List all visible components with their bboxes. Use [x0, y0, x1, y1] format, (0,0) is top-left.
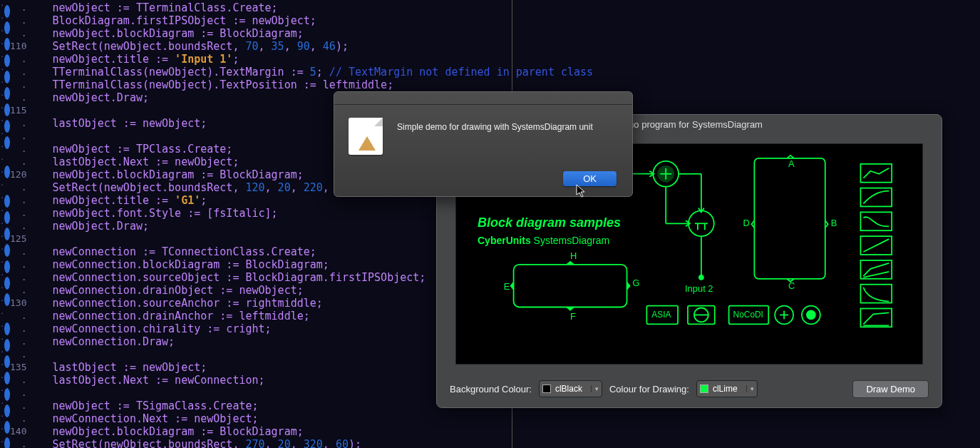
alert-dialog: Simple demo for drawing with SystemsDiag…	[334, 91, 633, 197]
fg-colour-select[interactable]: clLime ▾	[696, 380, 758, 397]
svg-text:NoCoDI: NoCoDI	[733, 310, 763, 320]
svg-point-37	[807, 310, 815, 319]
gutter-line-numbers: ...110....115....120....125....130....13…	[10, 0, 31, 448]
app-icon	[349, 118, 383, 155]
bg-colour-select[interactable]: clBlack ▾	[539, 380, 602, 397]
bg-colour-label: Background Colour:	[450, 384, 532, 394]
canvas-subtitle: CyberUnits SystemsDiagram	[478, 234, 609, 247]
svg-text:D: D	[743, 218, 750, 228]
draw-demo-button[interactable]: Draw Demo	[852, 380, 929, 398]
svg-rect-44	[860, 285, 892, 303]
svg-text:F: F	[570, 311, 576, 322]
fg-colour-label: Colour for Drawing:	[609, 384, 689, 394]
demo-footer: Background Colour: clBlack ▾ Colour for …	[437, 370, 942, 407]
svg-rect-21	[754, 158, 825, 279]
canvas-title: Block diagram samples	[478, 215, 621, 230]
svg-text:Input 2: Input 2	[685, 283, 713, 294]
svg-text:ASIA: ASIA	[651, 310, 671, 320]
svg-rect-45	[860, 309, 892, 327]
chevron-down-icon: ▾	[746, 385, 754, 392]
svg-rect-0	[514, 265, 627, 307]
svg-text:E: E	[504, 281, 510, 292]
ok-button[interactable]: OK	[563, 171, 617, 186]
gutter-breakpoints[interactable]	[4, 0, 10, 448]
svg-point-17	[699, 275, 703, 280]
svg-text:A: A	[788, 158, 795, 169]
svg-line-42	[863, 239, 889, 252]
svg-text:C: C	[788, 280, 795, 291]
cursor-icon	[576, 184, 587, 198]
svg-rect-40	[860, 212, 892, 230]
chevron-down-icon: ▾	[591, 385, 599, 392]
svg-text:G: G	[633, 278, 640, 288]
svg-text:B: B	[831, 218, 837, 228]
dialog-message: Simple demo for drawing with SystemsDiag…	[397, 118, 618, 155]
svg-text:H: H	[570, 250, 577, 261]
